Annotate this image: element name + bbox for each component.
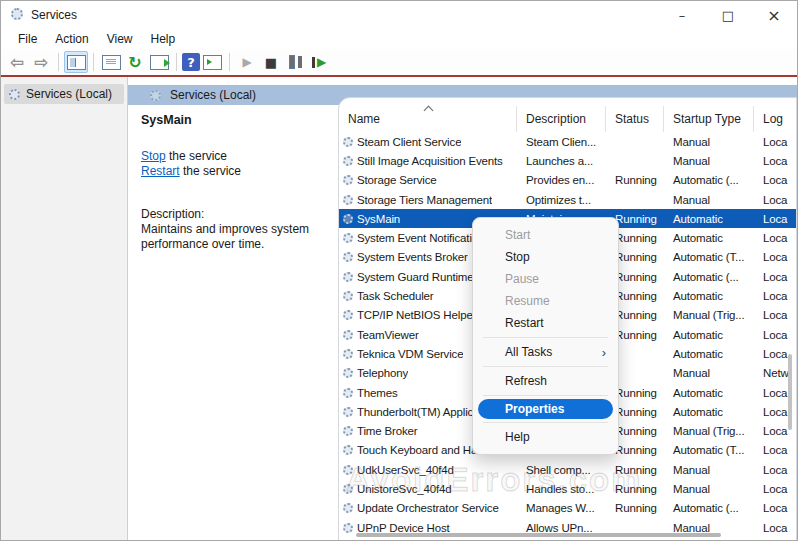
service-startup-cell: Automatic (T... <box>664 444 754 456</box>
service-gear-icon <box>343 175 353 185</box>
console-tree-icon[interactable] <box>64 51 88 73</box>
service-row[interactable]: UnistoreSvc_40f4dHandles sto...RunningMa… <box>339 479 796 498</box>
toolbar-separator <box>229 53 230 71</box>
service-startup-cell: Manual <box>664 464 754 476</box>
context-menu-item-refresh[interactable]: Refresh <box>473 370 618 392</box>
restart-service-link[interactable]: Restart <box>141 164 180 178</box>
context-menu-separator <box>483 395 608 396</box>
service-gear-icon <box>343 233 353 243</box>
toolbar: ⇦⇨↻?▶■▶ <box>1 49 797 75</box>
service-row[interactable]: Still Image Acquisition EventsLaunches a… <box>339 151 796 170</box>
services-window: Services – □ × FileActionViewHelp ⇦⇨↻?▶■… <box>0 0 798 541</box>
close-icon[interactable]: × <box>751 1 797 29</box>
service-row[interactable]: Storage Tiers ManagementOptimizes t...Ma… <box>339 190 796 209</box>
export-list-icon[interactable] <box>147 51 171 73</box>
menu-action[interactable]: Action <box>46 30 97 48</box>
service-startup-cell: Automatic <box>664 213 754 225</box>
services-app-icon <box>11 8 23 23</box>
service-row[interactable]: Update Orchestrator ServiceManages W...R… <box>339 499 796 518</box>
column-header-log[interactable]: Log <box>754 106 797 132</box>
service-row[interactable]: UdkUserSvc_40f4dShell comp...RunningManu… <box>339 460 796 479</box>
service-gear-icon <box>343 330 353 340</box>
service-startup-cell: Manual <box>664 483 754 495</box>
context-menu-item-help[interactable]: Help <box>473 426 618 448</box>
service-startup-cell: Manual <box>664 136 754 148</box>
action-pane-icon[interactable] <box>200 51 224 73</box>
context-menu-item-label: Stop <box>505 250 530 264</box>
menu-file[interactable]: File <box>9 30 46 48</box>
service-logon-cell: Loca <box>754 271 797 283</box>
service-logon-cell: Loca <box>754 194 797 206</box>
service-startup-cell: Manual <box>664 155 754 167</box>
sidebar-item-services-local[interactable]: Services (Local) <box>4 84 124 104</box>
restart-service-icon[interactable]: ▶ <box>307 51 331 73</box>
service-details-pane: SysMain Stop the service Restart the ser… <box>128 105 338 541</box>
context-menu-item-restart[interactable]: Restart <box>473 312 618 334</box>
restart-suffix: the service <box>180 164 241 178</box>
title-bar: Services – □ × <box>1 1 797 29</box>
maximize-icon[interactable]: □ <box>705 1 751 29</box>
service-startup-cell: Automatic <box>664 290 754 302</box>
stop-suffix: the service <box>166 149 227 163</box>
service-name: System Events Broker <box>357 251 468 263</box>
service-logon-cell: Loca <box>754 290 797 302</box>
back-icon[interactable]: ⇦ <box>5 51 29 73</box>
stop-service-link[interactable]: Stop <box>141 149 166 163</box>
context-menu-item-stop[interactable]: Stop <box>473 246 618 268</box>
service-gear-icon <box>343 523 353 533</box>
help-icon[interactable]: ? <box>182 53 200 71</box>
service-name: Steam Client Service <box>357 136 461 148</box>
service-startup-cell: Automatic <box>664 406 754 418</box>
service-name: SysMain <box>357 213 400 225</box>
service-description-cell: Shell comp... <box>517 464 606 476</box>
service-name: TCP/IP NetBIOS Helper <box>357 309 476 321</box>
service-logon-cell: Loca <box>754 502 797 514</box>
menu-help[interactable]: Help <box>142 30 185 48</box>
service-startup-cell: Automatic (... <box>664 502 754 514</box>
service-gear-icon <box>343 388 353 398</box>
menu-view[interactable]: View <box>98 30 142 48</box>
service-logon-cell: Loca <box>754 213 797 225</box>
forward-icon[interactable]: ⇨ <box>29 51 53 73</box>
column-header-status[interactable]: Status <box>606 106 664 132</box>
refresh-icon[interactable]: ↻ <box>123 51 147 73</box>
context-menu-item-resume: Resume <box>473 290 618 312</box>
properties-window-icon[interactable] <box>99 51 123 73</box>
service-status-cell: Running <box>606 502 664 514</box>
service-startup-cell: Automatic (T... <box>664 251 754 263</box>
service-gear-icon <box>343 137 353 147</box>
service-name-cell: UdkUserSvc_40f4d <box>339 464 517 476</box>
service-row[interactable]: Storage ServiceProvides en...RunningAuto… <box>339 171 796 190</box>
service-row[interactable]: Steam Client ServiceSteam Clien...Manual… <box>339 132 796 151</box>
service-name-cell: Storage Service <box>339 174 517 186</box>
start-service-icon[interactable]: ▶ <box>235 51 259 73</box>
service-startup-cell: Automatic <box>664 232 754 244</box>
service-gear-icon <box>343 465 353 475</box>
service-name: UnistoreSvc_40f4d <box>357 483 452 495</box>
toolbar-separator <box>176 53 177 71</box>
context-menu-item-pause: Pause <box>473 268 618 290</box>
column-header-label: Description <box>526 112 586 126</box>
context-menu-item-label: Help <box>505 430 530 444</box>
toolbar-separator <box>58 53 59 71</box>
sidebar-item-label: Services (Local) <box>26 87 112 101</box>
service-name-cell: Storage Tiers Management <box>339 194 517 206</box>
minimize-icon[interactable]: – <box>659 1 705 29</box>
context-menu-item-label: Start <box>505 228 530 242</box>
extended-view-title: Services (Local) <box>170 88 256 102</box>
column-header-description[interactable]: Description <box>517 106 606 132</box>
description-text: Maintains and improves system performanc… <box>141 222 331 252</box>
horizontal-scrollbar[interactable] <box>356 533 721 537</box>
pause-service-icon[interactable] <box>283 51 307 73</box>
stop-service-icon[interactable]: ■ <box>259 51 283 73</box>
service-gear-icon <box>343 368 353 378</box>
context-menu-item-properties[interactable]: Properties <box>478 399 613 419</box>
column-header-name[interactable]: Name <box>339 106 517 132</box>
content-area: Services (Local) Services (Local) SysMai… <box>1 77 797 541</box>
context-menu-item-all-tasks[interactable]: All Tasks› <box>473 341 618 363</box>
column-header-startup-type[interactable]: Startup Type <box>664 106 754 132</box>
service-logon-cell: Loca <box>754 464 797 476</box>
vertical-scrollbar[interactable] <box>788 354 792 430</box>
service-startup-cell: Manual (Trig... <box>664 309 754 321</box>
service-description-cell: Provides en... <box>517 174 606 186</box>
